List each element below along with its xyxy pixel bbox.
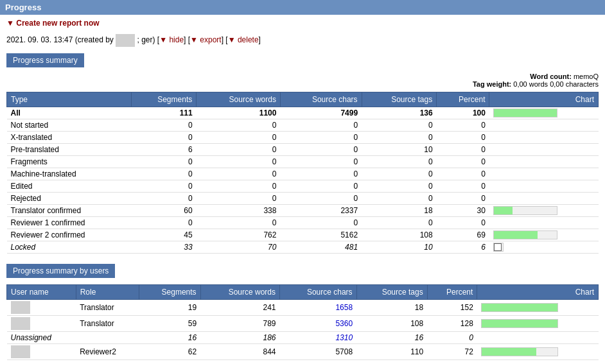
chart-bar: [494, 109, 557, 117]
users-table-header-row: User name Role Segments Source words Sou…: [7, 285, 599, 300]
cell-segments: 0: [131, 193, 196, 205]
cell-source-chars: 0: [280, 132, 362, 144]
cell-source-tags: 10: [362, 241, 437, 254]
cell-segments: 33: [131, 241, 196, 254]
word-count-info: Word count: memoQ Tag weight: 0,00 words…: [0, 71, 605, 89]
table-row: Reviewer 1 confirmed 0 0 0 0 0: [7, 217, 599, 229]
col-segments: Segments: [131, 92, 196, 107]
table-row: Rejected 0 0 0 0 0: [7, 193, 599, 205]
cell-source-tags: 110: [356, 344, 427, 360]
col-chart: Chart: [489, 92, 599, 107]
cell-type: Not started: [7, 119, 132, 132]
source-chars-link[interactable]: 1310: [335, 333, 353, 342]
cell-type: Locked: [7, 241, 132, 254]
col-source-chars: Source chars: [280, 92, 362, 107]
cell-chart: [489, 156, 599, 168]
create-report-link[interactable]: ▼ Create new report now: [6, 19, 100, 28]
cell-type: Fragments: [7, 156, 132, 168]
cell-chart: [477, 300, 599, 316]
table-row: Unassigned 16 186 1310 16 0: [7, 332, 599, 344]
tag-weight-label: Tag weight:: [473, 80, 511, 88]
cell-source-words: 186: [200, 332, 279, 344]
tag-weight-value: 0,00 words 0,00 characters: [513, 80, 599, 88]
cell-percent: 69: [437, 229, 489, 241]
cell-source-words: 762: [197, 229, 281, 241]
progress-summary-header-container: Progress summary: [0, 49, 605, 71]
cell-segments: 0: [131, 132, 196, 144]
table-row: X-translated 0 0 0 0 0: [7, 132, 599, 144]
table-row: Locked 33 70 481 10 6: [7, 241, 599, 254]
cell-source-tags: 0: [362, 168, 437, 180]
chart-bar-container: [481, 347, 558, 356]
cell-source-words: 844: [200, 344, 279, 360]
col-type: Type: [7, 92, 132, 107]
cell-chart: [489, 168, 599, 180]
table-row: Machine-translated 0 0 0 0 0: [7, 168, 599, 180]
cell-source-words: 0: [197, 217, 281, 229]
cell-percent: 6: [437, 241, 489, 254]
cell-source-words: 338: [197, 205, 281, 217]
ucol-username: User name: [7, 285, 76, 300]
cell-source-tags: 0: [362, 217, 437, 229]
cell-segments: 19: [139, 300, 200, 316]
chart-bar-container: [481, 319, 558, 328]
ucol-source-words: Source words: [200, 285, 279, 300]
cell-type: Reviewer 1 confirmed: [7, 217, 132, 229]
cell-role: [76, 332, 139, 344]
cell-source-chars: 0: [280, 193, 362, 205]
cell-source-words: 70: [197, 241, 281, 254]
cell-percent: 0: [437, 119, 489, 132]
main-progress-table: Type Segments Source words Source chars …: [6, 92, 599, 254]
cell-type: Pre-translated: [7, 144, 132, 156]
cell-chart: [489, 229, 599, 241]
chart-bar-outline: [494, 243, 502, 251]
cell-source-words: 0: [197, 132, 281, 144]
cell-source-tags: 0: [362, 193, 437, 205]
cell-source-chars: 1658: [280, 300, 357, 316]
table-row: Translator confirmed 60 338 2337 18 30: [7, 205, 599, 217]
cell-percent: 152: [427, 300, 477, 316]
cell-chart: [489, 144, 599, 156]
ucol-chart: Chart: [477, 285, 599, 300]
cell-source-chars: 5360: [280, 316, 357, 332]
cell-source-words: 0: [197, 193, 281, 205]
source-chars-link[interactable]: 1658: [335, 303, 353, 312]
cell-source-tags: 0: [362, 132, 437, 144]
cell-percent: 0: [427, 332, 477, 344]
cell-segments: 59: [139, 316, 200, 332]
cell-source-words: 0: [197, 180, 281, 193]
report-user-avatar: [116, 34, 135, 47]
source-chars-link[interactable]: 5360: [335, 319, 353, 328]
cell-source-chars: 5708: [280, 344, 357, 360]
cell-username: [7, 344, 76, 360]
cell-segments: 0: [131, 156, 196, 168]
word-count-label: Word count:: [530, 73, 572, 80]
cell-percent: 30: [437, 205, 489, 217]
cell-source-chars: 0: [280, 217, 362, 229]
hide-link[interactable]: ▼ hide: [159, 35, 184, 44]
users-progress-table: User name Role Segments Source words Sou…: [6, 284, 599, 360]
cell-source-chars: 0: [280, 168, 362, 180]
cell-percent: 128: [427, 316, 477, 332]
cell-role: Translator: [76, 316, 139, 332]
cell-percent: 72: [427, 344, 477, 360]
table-row: Reviewer 2 confirmed 45 762 5162 108 69: [7, 229, 599, 241]
cell-source-chars: 1310: [280, 332, 357, 344]
cell-chart: [489, 180, 599, 193]
cell-source-tags: 108: [362, 229, 437, 241]
cell-type: Reviewer 2 confirmed: [7, 229, 132, 241]
col-percent: Percent: [437, 92, 489, 107]
word-count-value: memoQ: [574, 73, 599, 80]
cell-source-tags: 108: [356, 316, 427, 332]
ucol-percent: Percent: [427, 285, 477, 300]
cell-source-words: 1100: [197, 107, 281, 119]
delete-link[interactable]: ▼ delete: [228, 35, 259, 44]
cell-type: Translator confirmed: [7, 205, 132, 217]
cell-percent: 0: [437, 217, 489, 229]
chart-bar-container: [493, 230, 557, 239]
username-text: Unassigned: [11, 333, 51, 342]
report-date: 2021. 09. 03. 13:47: [6, 35, 73, 44]
cell-role: Reviewer2: [76, 344, 139, 360]
export-link[interactable]: ▼ export: [190, 35, 222, 44]
cell-chart: [489, 193, 599, 205]
